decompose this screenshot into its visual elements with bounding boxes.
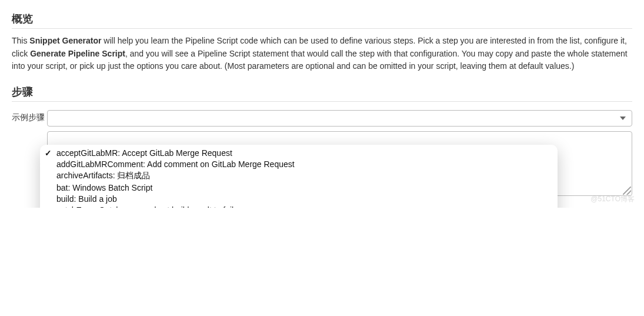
overview-text: This Snippet Generator will help you lea… — [12, 35, 632, 73]
resize-handle-icon[interactable] — [623, 187, 631, 195]
dropdown-option[interactable]: archiveArtifacts: 归档成品 — [40, 169, 558, 182]
overview-pre: This — [12, 36, 29, 45]
dropdown-option[interactable]: bat: Windows Batch Script — [40, 182, 558, 193]
steps-heading: 步骤 — [12, 85, 632, 102]
overview-b2: Generate Pipeline Script — [30, 49, 125, 58]
overview-b1: Snippet Generator — [29, 36, 101, 45]
sample-step-dropdown[interactable]: acceptGitLabMR: Accept GitLab Merge Requ… — [40, 145, 558, 208]
watermark: @51CTO博客 — [590, 194, 635, 204]
sample-step-label: 示例步骤 — [12, 110, 47, 123]
sample-step-select[interactable] — [47, 110, 632, 127]
dropdown-option[interactable]: catchError: Catch error and set build re… — [40, 204, 558, 208]
dropdown-option[interactable]: build: Build a job — [40, 193, 558, 204]
chevron-down-icon — [620, 117, 626, 120]
dropdown-option[interactable]: addGitLabMRComment: Add comment on GitLa… — [40, 158, 558, 169]
overview-heading: 概览 — [12, 12, 632, 29]
dropdown-option[interactable]: acceptGitLabMR: Accept GitLab Merge Requ… — [40, 147, 558, 158]
